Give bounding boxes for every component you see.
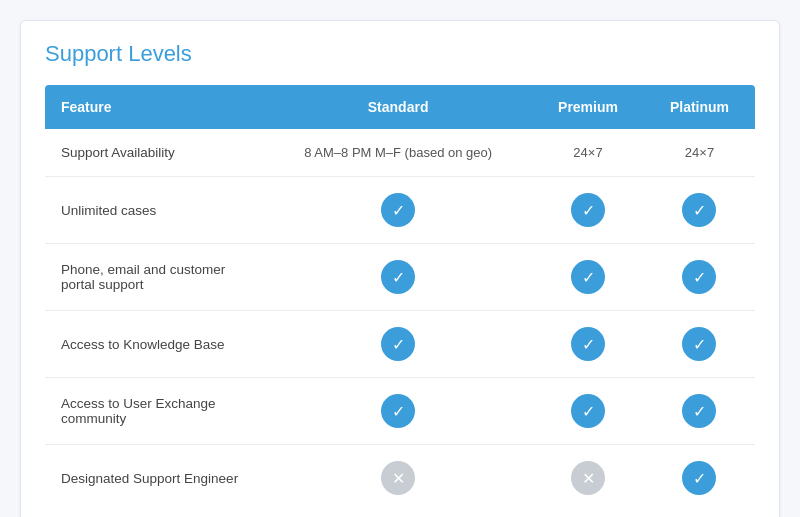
platinum-cell: 24×7 <box>644 129 755 177</box>
feature-cell: Access to Knowledge Base <box>45 311 264 378</box>
standard-cell: ✓ <box>264 378 532 445</box>
col-header-premium: Premium <box>532 85 644 129</box>
check-icon: ✓ <box>682 260 716 294</box>
text-value: 8 AM–8 PM M–F (based on geo) <box>304 145 492 160</box>
feature-cell: Phone, email and customer portal support <box>45 244 264 311</box>
table-row: Access to User Exchange community✓✓✓ <box>45 378 755 445</box>
premium-cell: ✓ <box>532 378 644 445</box>
platinum-cell: ✓ <box>644 445 755 512</box>
table-row: Support Availability8 AM–8 PM M–F (based… <box>45 129 755 177</box>
table-header-row: Feature Standard Premium Platinum <box>45 85 755 129</box>
premium-cell: ✓ <box>532 244 644 311</box>
col-header-standard: Standard <box>264 85 532 129</box>
support-levels-container: Support Levels Feature Standard Premium … <box>20 20 780 517</box>
check-icon: ✓ <box>571 327 605 361</box>
check-icon: ✓ <box>682 394 716 428</box>
feature-cell: Designated Support Engineer <box>45 445 264 512</box>
col-header-platinum: Platinum <box>644 85 755 129</box>
platinum-cell: ✓ <box>644 378 755 445</box>
premium-cell: ✕ <box>532 445 644 512</box>
standard-cell: 8 AM–8 PM M–F (based on geo) <box>264 129 532 177</box>
table-row: Designated Support Engineer✕✕✓ <box>45 445 755 512</box>
feature-cell: Access to User Exchange community <box>45 378 264 445</box>
platinum-cell: ✓ <box>644 244 755 311</box>
standard-cell: ✓ <box>264 311 532 378</box>
text-value: 24×7 <box>573 145 602 160</box>
premium-cell: ✓ <box>532 177 644 244</box>
check-icon: ✓ <box>381 327 415 361</box>
check-icon: ✓ <box>682 327 716 361</box>
feature-cell: Support Availability <box>45 129 264 177</box>
platinum-cell: ✓ <box>644 177 755 244</box>
table-row: Phone, email and customer portal support… <box>45 244 755 311</box>
support-levels-table: Feature Standard Premium Platinum Suppor… <box>45 85 755 511</box>
cross-icon: ✕ <box>571 461 605 495</box>
table-row: Unlimited cases✓✓✓ <box>45 177 755 244</box>
cross-icon: ✕ <box>381 461 415 495</box>
standard-cell: ✓ <box>264 244 532 311</box>
col-header-feature: Feature <box>45 85 264 129</box>
check-icon: ✓ <box>682 461 716 495</box>
check-icon: ✓ <box>381 193 415 227</box>
check-icon: ✓ <box>381 260 415 294</box>
check-icon: ✓ <box>571 394 605 428</box>
platinum-cell: ✓ <box>644 311 755 378</box>
table-row: Access to Knowledge Base✓✓✓ <box>45 311 755 378</box>
text-value: 24×7 <box>685 145 714 160</box>
feature-cell: Unlimited cases <box>45 177 264 244</box>
standard-cell: ✕ <box>264 445 532 512</box>
premium-cell: ✓ <box>532 311 644 378</box>
page-title: Support Levels <box>45 41 755 67</box>
check-icon: ✓ <box>571 193 605 227</box>
standard-cell: ✓ <box>264 177 532 244</box>
check-icon: ✓ <box>682 193 716 227</box>
premium-cell: 24×7 <box>532 129 644 177</box>
check-icon: ✓ <box>381 394 415 428</box>
check-icon: ✓ <box>571 260 605 294</box>
